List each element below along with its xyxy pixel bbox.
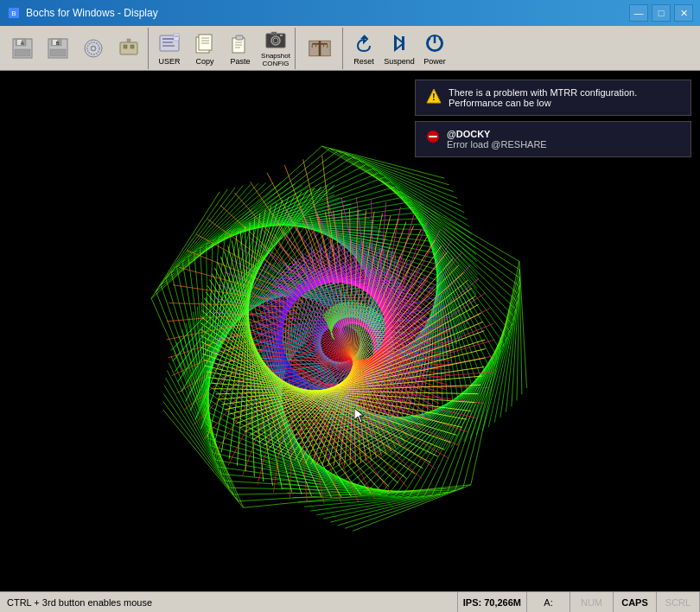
floppy-a-button[interactable]: A: — [5, 29, 40, 67]
svg-marker-55 — [354, 408, 364, 423]
usb-button[interactable] — [111, 29, 146, 67]
svg-rect-5 — [15, 49, 30, 56]
svg-rect-16 — [120, 42, 137, 54]
display-area[interactable]: ! There is a problem with MTRR configura… — [0, 71, 700, 591]
status-scrl: SCRL — [657, 592, 700, 612]
mtrr-text: There is a problem with MTRR configurati… — [449, 87, 680, 108]
mouse-cursor — [354, 408, 363, 422]
minimize-button[interactable]: — — [629, 4, 648, 22]
copy-button[interactable]: Copy — [188, 29, 222, 67]
config-icon — [308, 36, 332, 61]
svg-rect-18 — [130, 45, 134, 48]
power-icon — [423, 31, 447, 55]
svg-rect-51 — [394, 36, 397, 50]
toolbar-group-config — [297, 28, 343, 69]
scrl-text: SCRL — [665, 597, 690, 608]
power-button[interactable]: Power — [417, 29, 452, 67]
svg-rect-40 — [271, 32, 277, 35]
docky-message: Error load @RESHARE — [447, 139, 547, 150]
notification-container: ! There is a problem with MTRR configura… — [415, 80, 691, 157]
power-label: Power — [423, 57, 446, 66]
status-ips: IPS: 70,266M — [458, 592, 527, 612]
svg-text:A:: A: — [21, 41, 25, 46]
status-num: NUM — [570, 592, 614, 612]
paste-icon — [228, 31, 252, 55]
svg-rect-28 — [199, 35, 212, 50]
warning-icon: ! — [426, 88, 442, 105]
status-mouse-hint: CTRL + 3rd button enables mouse — [0, 592, 458, 612]
snapshot-icon — [264, 29, 288, 51]
status-bar: CTRL + 3rd button enables mouse IPS: 70,… — [0, 591, 700, 612]
status-caps: CAPS — [614, 592, 657, 612]
svg-rect-20 — [127, 39, 130, 41]
paste-button[interactable]: Paste — [223, 29, 258, 67]
svg-text:B: B — [11, 10, 16, 17]
toolbar-group-drives: A: B: — [3, 28, 149, 69]
snapshot-label: SnapshotCONFIG — [261, 53, 290, 68]
reset-label: Reset — [353, 57, 374, 66]
drive-a-text: A: — [544, 597, 552, 608]
svg-rect-24 — [162, 45, 175, 47]
svg-rect-10 — [50, 49, 66, 56]
mtrr-notification: ! There is a problem with MTRR configura… — [415, 80, 691, 116]
suspend-label: Suspend — [384, 57, 415, 66]
suspend-button[interactable]: Suspend — [382, 29, 417, 67]
docky-title: @DOCKY — [447, 129, 547, 139]
close-button[interactable]: ✕ — [674, 4, 693, 22]
paste-label: Paste — [230, 57, 250, 66]
svg-rect-41 — [280, 35, 283, 36]
toolbar-group-power: Reset Suspend Po — [345, 28, 454, 69]
copy-icon — [193, 31, 217, 55]
reset-icon — [352, 31, 376, 55]
copy-label: Copy — [195, 57, 213, 66]
reset-button[interactable]: Reset — [347, 29, 381, 67]
floppy-a-icon: A: — [10, 36, 35, 61]
svg-rect-23 — [162, 41, 173, 43]
cdrom-button[interactable] — [76, 29, 111, 67]
toolbar: A: B: — [0, 26, 700, 71]
docky-notification: @DOCKY Error load @RESHARE — [415, 121, 691, 157]
title-bar: B Bochs for Windows - Display — □ ✕ — [0, 0, 700, 26]
ips-text: IPS: 70,266M — [463, 597, 521, 608]
svg-text:B:: B: — [56, 41, 60, 46]
svg-text:!: ! — [432, 92, 435, 102]
status-drive-a: A: — [527, 592, 570, 612]
mouse-hint-text: CTRL + 3rd button enables mouse — [7, 597, 152, 608]
window-title: Bochs for Windows - Display — [26, 7, 158, 19]
usb-icon — [117, 36, 141, 61]
cdrom-icon — [81, 36, 105, 61]
svg-point-14 — [92, 47, 95, 49]
caps-text: CAPS — [621, 597, 648, 608]
svg-rect-33 — [236, 35, 243, 40]
num-text: NUM — [581, 597, 602, 608]
user-label: USER — [158, 57, 180, 66]
config-button[interactable] — [299, 29, 340, 67]
maximize-button[interactable]: □ — [652, 4, 671, 22]
toolbar-group-actions: USER Copy — [150, 28, 296, 69]
mtrr-message-line1: There is a problem with MTRR configurati… — [449, 87, 680, 108]
snapshot-button[interactable]: SnapshotCONFIG — [258, 29, 293, 67]
docky-text: @DOCKY Error load @RESHARE — [447, 129, 547, 150]
svg-rect-17 — [124, 45, 127, 48]
bochs-icon: B — [7, 6, 21, 20]
suspend-icon — [387, 31, 411, 55]
floppy-b-icon: B: — [46, 36, 70, 61]
error-icon — [426, 130, 440, 145]
svg-rect-52 — [402, 36, 404, 50]
floppy-b-button[interactable]: B: — [41, 29, 75, 67]
user-button[interactable]: USER — [152, 29, 187, 67]
title-bar-controls: — □ ✕ — [629, 4, 693, 22]
svg-rect-59 — [429, 136, 437, 137]
svg-rect-25 — [174, 34, 179, 41]
user-icon — [157, 31, 181, 55]
title-bar-left: B Bochs for Windows - Display — [7, 6, 158, 20]
